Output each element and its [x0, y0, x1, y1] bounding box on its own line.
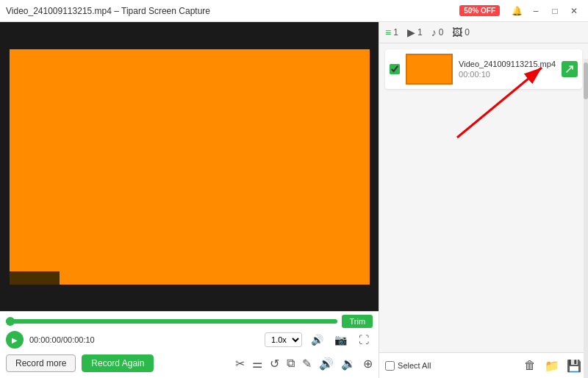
tool-icons: ✂ ⚌ ↺ ⧉ ✎ 🔊 🔉 ⊕ [235, 357, 373, 371]
bell-button[interactable]: 🔔 [509, 3, 525, 19]
playback-row: ▶ 00:00:00/00:00:10 1.0x 0.5x 1.5x 2.0x … [6, 331, 373, 349]
play-icon: ▶ [407, 26, 415, 38]
minimize-button[interactable]: – [528, 3, 544, 19]
title-controls: 50% OFF 🔔 – □ ✕ [459, 3, 582, 19]
bottom-tool-icons: 🗑 📁 💾 [522, 357, 582, 374]
scrollbar-track [584, 59, 588, 378]
scissors-icon[interactable]: ✂ [235, 357, 245, 371]
progress-track[interactable] [6, 319, 337, 324]
edit-icon[interactable]: ✎ [302, 357, 312, 371]
save-icon[interactable]: 💾 [566, 357, 582, 374]
tab-audio[interactable]: ♪ 0 [431, 26, 444, 38]
app-title: Video_241009113215.mp4 – Tipard Screen C… [6, 6, 459, 16]
video-content [10, 49, 370, 285]
arrow-annotation [428, 49, 575, 145]
left-panel: Trim ▶ 00:00:00/00:00:10 1.0x 0.5x 1.5x … [0, 22, 379, 378]
current-time: 00:00:00 [29, 335, 61, 344]
delete-icon[interactable]: 🗑 [522, 357, 538, 374]
annotation-area [385, 93, 582, 182]
select-all-row: Select All [385, 361, 431, 371]
total-time: 00:00:10 [63, 335, 95, 344]
copy-icon[interactable]: ⧉ [287, 357, 295, 370]
main-layout: Trim ▶ 00:00:00/00:00:10 1.0x 0.5x 1.5x … [0, 22, 588, 378]
trim-button[interactable]: Trim [342, 315, 373, 328]
tab-play[interactable]: ▶ 1 [407, 26, 423, 38]
record-again-button[interactable]: Record Again [82, 354, 154, 372]
fullscreen-icon-btn[interactable]: ⛶ [355, 331, 373, 349]
audio-icon[interactable]: 🔊 [319, 357, 334, 371]
action-row: Record more Record Again ✂ ⚌ ↺ ⧉ ✎ 🔊 🔉 ⊕ [6, 352, 373, 375]
play-button[interactable]: ▶ [6, 331, 24, 349]
video-area [0, 22, 379, 311]
time-display: 00:00:00/00:00:10 [29, 335, 96, 344]
refresh-icon[interactable]: ↺ [270, 357, 279, 371]
bottom-toolbar: Select All 🗑 📁 💾 [379, 352, 588, 378]
image-icon: 🖼 [452, 26, 462, 38]
controls-bar: Trim ▶ 00:00:00/00:00:10 1.0x 0.5x 1.5x … [0, 311, 379, 378]
volume-icon-btn[interactable]: 🔊 [308, 331, 326, 349]
tab-video[interactable]: ≡ 1 [385, 26, 398, 38]
select-all-label: Select All [398, 361, 431, 370]
tab-image-count: 0 [465, 27, 470, 38]
adjust-icon[interactable]: ⚌ [252, 357, 262, 371]
svg-line-1 [457, 68, 542, 138]
speed-select[interactable]: 1.0x 0.5x 1.5x 2.0x [265, 332, 302, 347]
music-icon: ♪ [431, 26, 437, 38]
tab-image[interactable]: 🖼 0 [452, 26, 470, 38]
progress-fill [6, 319, 337, 324]
record-more-button[interactable]: Record more [6, 354, 76, 372]
camera-icon-btn[interactable]: 📷 [331, 331, 349, 349]
tab-video-count: 1 [393, 27, 398, 38]
tab-play-count: 1 [417, 27, 423, 38]
select-all-checkbox[interactable] [385, 361, 395, 371]
progress-thumb[interactable] [6, 317, 15, 326]
discount-badge: 50% OFF [459, 5, 500, 16]
volume-down-icon[interactable]: 🔉 [341, 357, 356, 371]
video-overlay-bar [10, 271, 60, 285]
folder-icon[interactable]: 📁 [544, 357, 560, 374]
video-list: Video_241009113215.mp4 00:00:10 [379, 43, 588, 352]
title-bar: Video_241009113215.mp4 – Tipard Screen C… [0, 0, 588, 22]
tab-audio-count: 0 [439, 27, 444, 38]
video-checkbox[interactable] [390, 64, 400, 74]
scrollbar-thumb[interactable] [584, 63, 588, 99]
list-icon: ≡ [385, 26, 391, 38]
trim-row: Trim [6, 315, 373, 328]
tab-bar: ≡ 1 ▶ 1 ♪ 0 🖼 0 [379, 22, 588, 43]
right-panel: ≡ 1 ▶ 1 ♪ 0 🖼 0 Video_241009113215 [379, 22, 588, 378]
maximize-button[interactable]: □ [547, 3, 563, 19]
video-frame [10, 49, 370, 285]
more-icon[interactable]: ⊕ [363, 357, 373, 371]
close-button[interactable]: ✕ [566, 3, 582, 19]
